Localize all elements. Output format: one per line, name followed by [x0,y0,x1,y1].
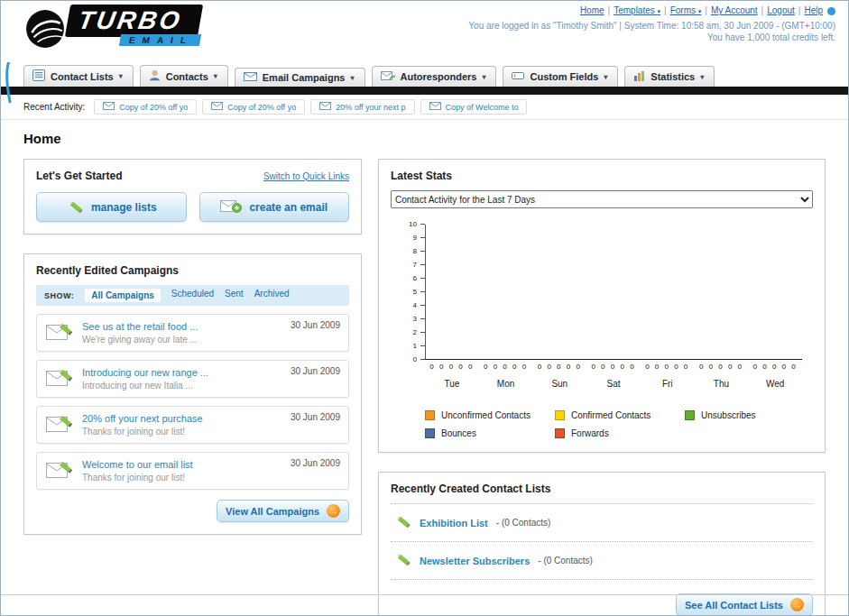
campaign-row[interactable]: See us at the retail food ...We're givin… [36,314,349,352]
top-header: TURBO EMAIL Home|Templates ▾|Forms ▾|My … [1,1,848,62]
stats-range-select[interactable]: Contact Activity for the Last 7 Days [391,190,813,208]
campaign-row[interactable]: 20% off your next purchaseThanks for joi… [36,406,349,444]
nav-tab-statistics[interactable]: Statistics▾ [624,66,715,87]
day-values: 0 0 0 0 0 [695,360,749,371]
pencil-icon [66,198,84,216]
y-tick [420,318,425,319]
nav-dark-bar [1,87,848,95]
y-tick-label: 5 [413,288,417,296]
contact-list-item[interactable]: Exhibition List- (0 Contacts) [391,504,813,542]
top-link-templates[interactable]: Templates ▾ [614,5,660,15]
legend-swatch [555,428,565,438]
top-link-my-account[interactable]: My Account [711,5,758,15]
campaign-date: 30 Jun 2009 [291,412,340,422]
contact-list-item[interactable]: Newsletter Subscribers- (0 Contacts) [391,542,813,580]
manage-lists-button[interactable]: manage lists [36,192,187,222]
campaign-title-link[interactable]: Introducing our new range ... [82,367,282,378]
campaign-title-link[interactable]: 20% off your next purchase [82,413,282,424]
campaign-tab-scheduled[interactable]: Scheduled [171,289,214,302]
turbo-email-logo: TURBO EMAIL [24,5,200,53]
get-started-panel: Let's Get Started Switch to Quick Links … [23,159,362,234]
recent-activity-item[interactable]: Copy of Welcome to [420,99,528,115]
campaign-title-link[interactable]: Welcome to our email list [82,459,282,470]
top-link-logout[interactable]: Logout [767,5,795,15]
logo-text: TURBO EMAIL [68,5,200,46]
app-window: TURBO EMAIL Home|Templates ▾|Forms ▾|My … [0,0,849,616]
logo-swirl-icon [24,8,66,53]
campaigns-title: Recently Edited Campaigns [36,264,349,277]
nav-tab-contacts[interactable]: Contacts▾ [140,65,228,87]
nav-tab-contact-lists[interactable]: Contact Lists▾ [23,65,134,87]
y-tick [420,345,425,346]
day-label: Wed [748,379,802,389]
campaign-tab-archived[interactable]: Archived [254,289,290,302]
y-tick-label: 9 [413,234,417,242]
view-all-campaigns-button[interactable]: View All Campaigns → [217,500,349,522]
nav-tab-email-campaigns[interactable]: Email Campaigns▾ [235,68,365,87]
campaign-list: See us at the retail food ...We're givin… [36,314,349,490]
campaign-row[interactable]: Introducing our new range ...Introducing… [36,360,349,398]
recent-activity-item[interactable]: 20% off your next p [310,99,414,115]
recent-activity-link[interactable]: 20% off your next p [336,103,405,112]
latest-stats-panel: Latest Stats Contact Activity for the La… [378,159,826,453]
y-tick-label: 8 [413,247,417,255]
y-tick-label: 1 [413,342,417,350]
contact-lists-title: Recently Created Contact Lists [391,483,813,504]
nav-tab-custom-fields[interactable]: Custom Fields▾ [503,66,618,87]
chart-day-group: 0 0 0 0 0Thu [695,360,749,389]
contact-list-detail: - (0 Contacts) [538,556,593,565]
link-separator: | [608,5,611,15]
y-tick [420,291,425,292]
day-values: 0 0 0 0 0 [748,360,802,371]
recent-activity-bar: Recent Activity: Copy of 20% off yoCopy … [1,95,848,120]
legend-label: Unsubscribes [701,410,756,420]
day-label: Thu [695,379,749,389]
recent-activity-item[interactable]: Copy of 20% off yo [202,99,305,115]
top-link-help[interactable]: Help [804,5,823,15]
legend-label: Unconfirmed Contacts [441,410,531,420]
switch-quick-links-link[interactable]: Switch to Quick Links [263,171,349,181]
campaign-subtitle: Introducing our new Italia ... [82,381,282,391]
contact-activity-chart: 012345678910 0 0 0 0 0Tue0 0 0 0 0Mon0 0… [391,225,813,389]
legend-swatch [685,410,695,420]
legend-item: Unsubscribes [685,410,806,420]
campaign-title-link[interactable]: See us at the retail food ... [82,321,282,332]
legend-item: Confirmed Contacts [555,410,676,420]
y-tick [420,251,425,252]
legend-item: Unconfirmed Contacts [425,410,546,420]
campaigns-panel: Recently Edited Campaigns SHOW: All Camp… [23,253,362,535]
see-all-contact-lists-button[interactable]: See All Contact Lists → [676,593,813,616]
recent-activity-item[interactable]: Copy of 20% off yo [94,99,197,115]
y-tick-label: 10 [409,220,417,228]
contact-list-link[interactable]: Newsletter Subscribers [420,556,530,566]
legend-label: Confirmed Contacts [571,410,651,420]
top-link-home[interactable]: Home [580,5,604,15]
recent-activity-items: Copy of 20% off yoCopy of 20% off yo20% … [94,99,527,115]
nav-tab-autoresponders[interactable]: Autoresponders▾ [372,66,497,87]
campaign-tab-all-campaigns[interactable]: All Campaigns [85,289,160,302]
chevron-down-icon: ▾ [119,72,123,80]
logo-title: TURBO [65,5,203,37]
y-tick [420,237,425,238]
legend-label: Bounces [441,428,476,438]
email-pencil-icon [45,320,74,345]
create-email-button[interactable]: create an email [199,192,350,222]
campaign-row[interactable]: Welcome to our email listThanks for join… [36,452,349,490]
recent-activity-link[interactable]: Copy of 20% off yo [119,103,188,112]
campaign-tab-sent[interactable]: Sent [225,289,244,302]
link-separator: | [761,5,764,15]
chart-y-axis: 012345678910 [403,225,425,360]
pencil-icon [393,513,411,532]
top-link-forms[interactable]: Forms ▾ [670,5,702,15]
y-tick-label: 3 [413,315,417,323]
campaign-date: 30 Jun 2009 [291,366,340,376]
blue-dot-decoration [827,7,835,15]
footer-divider [1,594,848,595]
recent-activity-link[interactable]: Copy of Welcome to [446,103,519,112]
recent-activity-link[interactable]: Copy of 20% off yo [227,103,296,112]
contact-list-link[interactable]: Exhibition List [420,518,488,529]
nav-tab-label: Contacts [166,71,208,82]
day-values: 0 0 0 0 0 [641,360,695,371]
y-tick [420,305,425,306]
chevron-down-icon: ▾ [698,8,702,14]
